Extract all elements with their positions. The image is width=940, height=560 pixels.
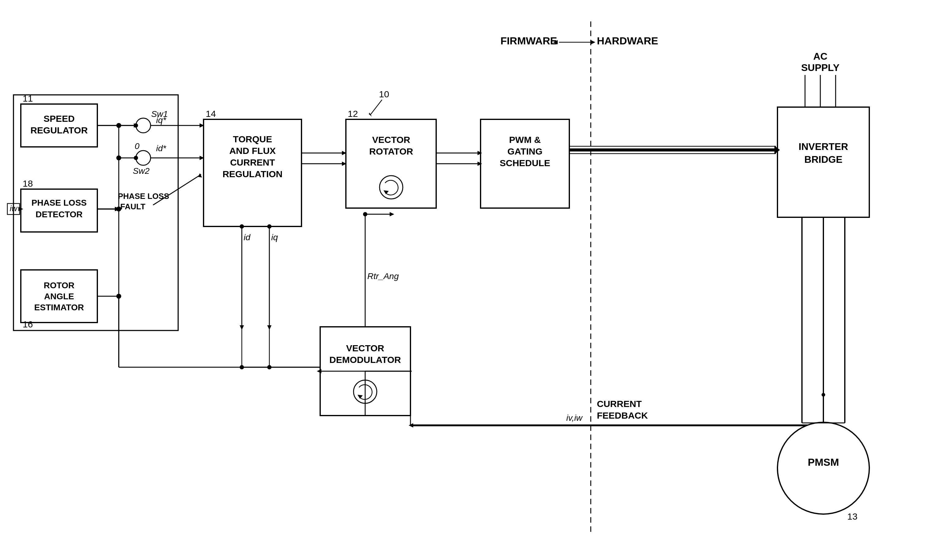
iq-star: iq* — [156, 115, 166, 125]
svg-point-134 — [380, 175, 403, 199]
zero: 0 — [135, 142, 140, 151]
iq-label: iq — [271, 232, 278, 242]
rae-t3: ESTIMATOR — [34, 303, 84, 312]
ref-18: 18 — [23, 178, 33, 189]
plf-label2: FAULT — [120, 202, 145, 211]
pwm-t2: GATING — [508, 146, 542, 156]
pld-t2: DETECTOR — [35, 209, 83, 219]
ref-12: 12 — [348, 109, 358, 119]
vd-t1: VECTOR — [346, 343, 385, 353]
inverter-bridge-t1: INVERTER — [798, 141, 848, 152]
id-label: id — [244, 232, 251, 242]
cf-label1: CURRENT — [597, 399, 642, 409]
sr-t2: REGULATOR — [30, 125, 88, 135]
ref-16: 16 — [23, 319, 33, 329]
svg-point-155 — [136, 151, 151, 165]
svg-point-220 — [777, 422, 869, 514]
pld-t1: PHASE LOSS — [32, 198, 87, 208]
tq-t4: REGULATION — [223, 169, 283, 179]
sr-t1: SPEED — [43, 114, 75, 124]
vr-t1: VECTOR — [372, 135, 411, 145]
pmsm-text: PMSM — [808, 456, 839, 468]
id-star: id* — [156, 143, 166, 153]
ref-13: 13 — [847, 511, 857, 522]
cf-label2: FEEDBACK — [597, 410, 648, 420]
iv-iw: iv,iw — [566, 413, 583, 423]
tq-t1: TORQUE — [233, 134, 272, 144]
pwm-t1: PWM & — [509, 135, 540, 145]
rae-t1: ROTOR — [44, 281, 75, 290]
vr-t2: ROTATOR — [369, 146, 413, 156]
rtr-ang: Rtr_Ang — [367, 271, 399, 281]
sw2-label: Sw2 — [133, 166, 150, 175]
rae-t2: ANGLE — [44, 292, 74, 301]
ac-supply: AC — [813, 51, 828, 62]
ref-14: 14 — [206, 109, 216, 119]
tq-t2: AND FLUX — [229, 146, 276, 156]
tq-t3: CURRENT — [230, 157, 275, 168]
pwm-t3: SCHEDULE — [500, 158, 550, 168]
hardware-text: HARDWARE — [597, 35, 658, 46]
vd-t2: DEMODULATOR — [329, 355, 401, 365]
svg-point-150 — [136, 118, 151, 133]
firmware-text: FIRMWARE — [500, 35, 557, 46]
inverter-bridge-t2: BRIDGE — [805, 154, 842, 165]
ac-supply2: SUPPLY — [801, 62, 839, 73]
ref-10: 10 — [379, 89, 389, 99]
